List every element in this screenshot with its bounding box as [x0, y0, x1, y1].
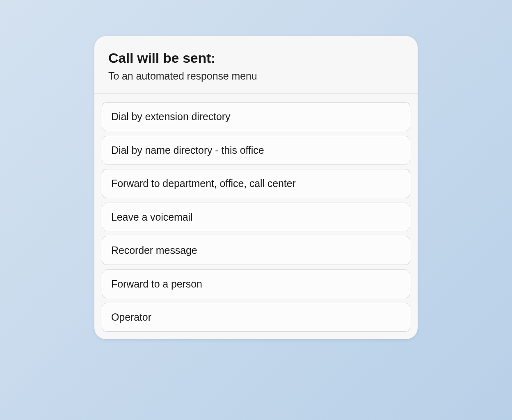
option-label: Forward to department, office, call cent… [111, 178, 296, 189]
option-label: Dial by name directory - this office [111, 144, 264, 156]
card-title: Call will be sent: [108, 50, 404, 66]
option-label: Dial by extension directory [111, 111, 231, 122]
option-operator[interactable]: Operator [102, 303, 410, 332]
option-recorder-message[interactable]: Recorder message [102, 236, 410, 265]
card-subtitle: To an automated response menu [108, 70, 404, 82]
options-list: Dial by extension directory Dial by name… [94, 94, 418, 339]
option-leave-voicemail[interactable]: Leave a voicemail [102, 203, 410, 232]
option-dial-by-name[interactable]: Dial by name directory - this office [102, 136, 410, 165]
card-header: Call will be sent: To an automated respo… [94, 36, 418, 94]
option-label: Operator [111, 311, 151, 323]
option-label: Recorder message [111, 244, 197, 256]
option-label: Leave a voicemail [111, 211, 192, 223]
option-label: Forward to a person [111, 278, 202, 290]
option-dial-by-extension[interactable]: Dial by extension directory [102, 102, 410, 131]
option-forward-department[interactable]: Forward to department, office, call cent… [102, 169, 410, 198]
call-routing-card: Call will be sent: To an automated respo… [94, 36, 418, 339]
option-forward-person[interactable]: Forward to a person [102, 269, 410, 299]
